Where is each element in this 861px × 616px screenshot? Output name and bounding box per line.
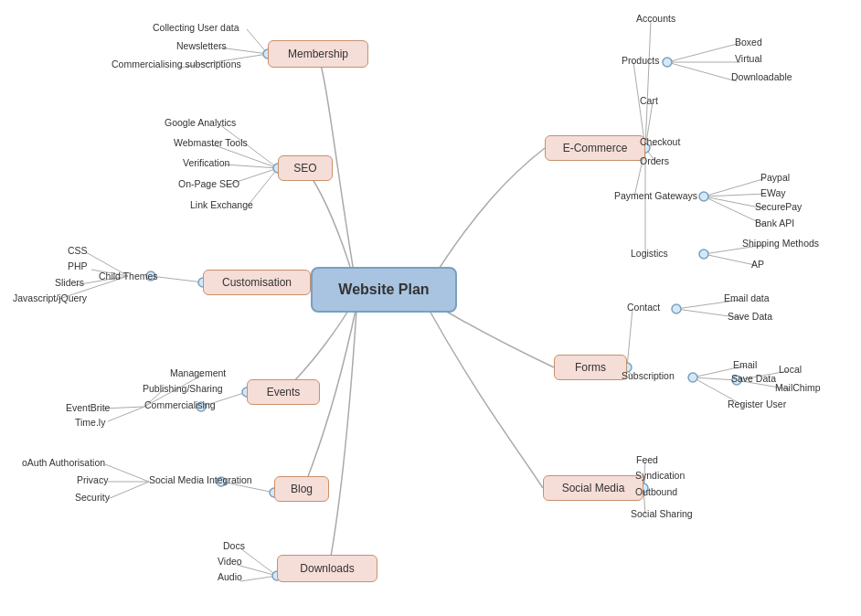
leaf-collecting: Collecting User data xyxy=(153,22,239,33)
leaf-php: PHP xyxy=(68,260,88,271)
leaf-downloadable: Downloadable xyxy=(731,71,792,82)
leaf-syndication: Syndication xyxy=(635,470,685,481)
leaf-savedata-contact: Save Data xyxy=(728,311,772,322)
events-node: Events xyxy=(247,379,320,405)
leaf-security: Security xyxy=(75,492,110,503)
leaf-email-sub: Email xyxy=(733,359,757,370)
svg-point-69 xyxy=(688,373,697,382)
leaf-commercialising2: Commercialising xyxy=(144,399,216,410)
leaf-socialsharing: Social Sharing xyxy=(631,508,693,519)
leaf-shipping: Shipping Methods xyxy=(742,238,819,249)
customisation-label: Customisation xyxy=(222,276,292,289)
center-label: Website Plan xyxy=(338,281,429,298)
leaf-outbound: Outbound xyxy=(635,486,677,497)
svg-line-21 xyxy=(108,482,149,499)
svg-line-27 xyxy=(667,43,740,62)
leaf-management: Management xyxy=(170,367,226,378)
leaf-childthemes: Child Themes xyxy=(99,271,158,281)
svg-point-65 xyxy=(699,192,708,201)
svg-line-22 xyxy=(240,548,277,576)
leaf-commercialising-subs: Commercialising subscriptions xyxy=(112,58,241,69)
leaf-privacy: Privacy xyxy=(77,474,108,485)
leaf-savedata-sub: Save Data xyxy=(731,373,776,384)
svg-line-35 xyxy=(704,194,766,196)
leaf-oauth: oAuth Authorisation xyxy=(22,457,105,468)
leaf-paypal: Paypal xyxy=(760,172,790,183)
svg-line-17 xyxy=(108,407,144,421)
svg-point-64 xyxy=(663,58,672,67)
leaf-sliders: Sliders xyxy=(55,277,84,288)
leaf-ga: Google Analytics xyxy=(165,117,236,128)
downloads-node: Downloads xyxy=(277,555,377,582)
downloads-label: Downloads xyxy=(300,562,354,575)
seo-node: SEO xyxy=(278,155,333,181)
leaf-onpage: On-Page SEO xyxy=(178,178,239,189)
customisation-node: Customisation xyxy=(203,270,311,295)
svg-line-41 xyxy=(627,309,632,367)
svg-line-0 xyxy=(247,29,268,54)
leaf-products: Products xyxy=(622,55,659,66)
leaf-verif: Verification xyxy=(183,157,229,168)
leaf-eventbrite: EventBrite xyxy=(66,402,110,413)
svg-line-34 xyxy=(704,178,766,196)
leaf-virtual: Virtual xyxy=(735,53,762,64)
leaf-logistics: Logistics xyxy=(631,248,668,259)
leaf-boxed: Boxed xyxy=(735,37,762,48)
svg-line-46 xyxy=(693,377,737,380)
leaf-link: Link Exchange xyxy=(190,199,253,210)
leaf-cart: Cart xyxy=(640,95,658,106)
svg-line-5 xyxy=(225,165,278,168)
seo-label: SEO xyxy=(293,162,316,175)
membership-label: Membership xyxy=(288,48,348,60)
leaf-subscription: Subscription xyxy=(622,370,675,381)
leaf-mailchimp: MailChimp xyxy=(775,382,821,393)
leaf-newsletters: Newsletters xyxy=(176,40,227,51)
leaf-feed: Feed xyxy=(636,454,658,465)
ecommerce-node: E-Commerce xyxy=(545,135,645,161)
svg-line-25 xyxy=(645,20,651,148)
svg-point-66 xyxy=(699,250,708,259)
leaf-pubshare: Publishing/Sharing xyxy=(143,383,223,394)
svg-line-40 xyxy=(704,254,755,265)
socialmedia-node: Social Media xyxy=(543,475,643,501)
leaf-ap: AP xyxy=(751,259,764,270)
forms-node: Forms xyxy=(554,355,627,380)
center-node: Website Plan xyxy=(311,267,457,313)
leaf-timely: Time.ly xyxy=(75,417,105,428)
leaf-css: CSS xyxy=(68,245,88,256)
leaf-eway: EWay xyxy=(760,187,786,198)
leaf-registeruser: Register User xyxy=(728,398,786,409)
leaf-smi: Social Media Integration xyxy=(149,474,252,485)
events-label: Events xyxy=(267,386,301,398)
leaf-accounts: Accounts xyxy=(636,13,675,24)
leaf-bankapi: Bank API xyxy=(755,218,794,228)
leaf-securepay: SecurePay xyxy=(755,201,802,212)
leaf-video: Video xyxy=(218,556,242,567)
blog-node: Blog xyxy=(274,476,329,502)
forms-label: Forms xyxy=(575,361,606,374)
blog-label: Blog xyxy=(291,483,313,495)
membership-node: Membership xyxy=(268,40,368,68)
leaf-orders: Orders xyxy=(640,155,669,166)
svg-line-19 xyxy=(105,464,149,482)
leaf-payment: Payment Gateways xyxy=(614,190,697,201)
svg-line-23 xyxy=(237,565,277,576)
leaf-jquery: Javascript/jQuery xyxy=(13,292,87,303)
leaf-checkout: Checkout xyxy=(640,136,680,147)
leaf-emaildata: Email data xyxy=(724,292,770,303)
svg-line-29 xyxy=(667,62,737,81)
leaf-docs: Docs xyxy=(223,540,245,551)
leaf-contact: Contact xyxy=(627,302,660,313)
svg-point-68 xyxy=(672,304,681,313)
leaf-audio: Audio xyxy=(218,571,242,582)
svg-line-8 xyxy=(151,276,203,282)
leaf-local: Local xyxy=(779,364,802,375)
socialmedia-label: Social Media xyxy=(562,482,625,494)
leaf-wt: Webmaster Tools xyxy=(174,137,248,148)
svg-line-1 xyxy=(219,48,268,54)
svg-line-24 xyxy=(240,576,277,581)
ecommerce-label: E-Commerce xyxy=(563,142,628,154)
